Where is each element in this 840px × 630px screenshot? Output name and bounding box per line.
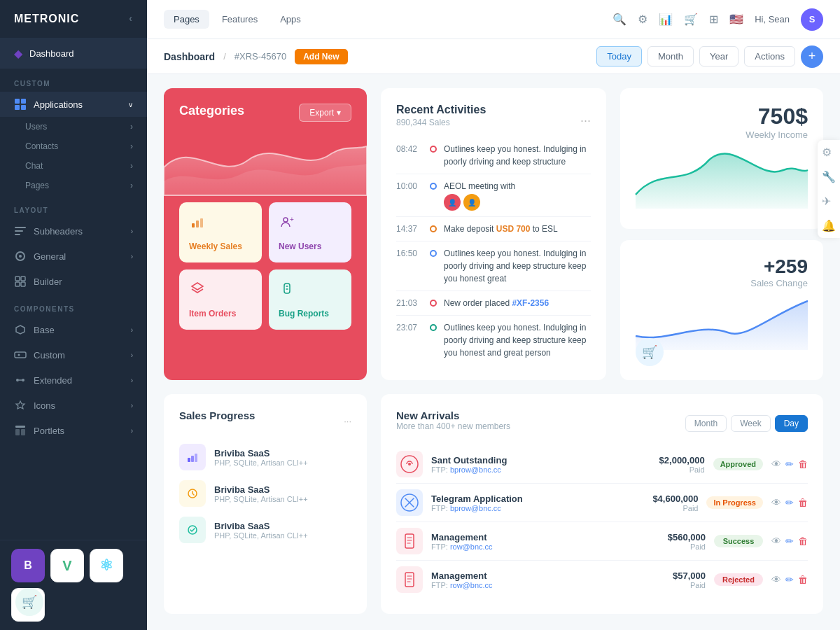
top-navigation: Pages Features Apps 🔍 ⚙ 📊 🛒 ⊞ 🇺🇸 Hi, Sea… <box>147 0 840 39</box>
right-icon-send[interactable]: ✈ <box>822 195 836 208</box>
right-icon-notification[interactable]: 🔔 <box>822 219 836 232</box>
user-avatar[interactable]: S <box>801 8 823 31</box>
sidebar-item-general[interactable]: General › <box>0 244 147 269</box>
analytics-icon[interactable]: 📊 <box>659 13 673 26</box>
sidebar-item-subheaders[interactable]: Subheaders › <box>0 218 147 244</box>
new-arrivals-card: New Arrivals More than 400+ new members … <box>381 394 823 614</box>
tab-apps[interactable]: Apps <box>270 10 311 29</box>
item-orders-label: Item Orders <box>189 309 236 318</box>
portlets-chevron: › <box>131 427 133 435</box>
vue-icon[interactable]: V <box>50 549 84 582</box>
content-row-2: Sales Progress ··· Briviba SaaS PHP, SQL… <box>164 394 823 614</box>
activities-menu-icon[interactable]: ··· <box>580 113 591 128</box>
progress-sub-3: PHP, SQLite, Artisan CLI++ <box>214 531 351 540</box>
weekly-sales-card[interactable]: Weekly Sales <box>179 202 262 262</box>
applications-icon <box>14 98 27 111</box>
new-users-card[interactable]: + New Users <box>269 202 351 262</box>
export-button[interactable]: Export ▾ <box>299 104 351 122</box>
arrival-price-1: $2,000,000 <box>642 455 705 465</box>
sidebar-item-extended[interactable]: Extended › <box>0 368 147 393</box>
actions-button[interactable]: Actions <box>744 46 795 66</box>
item-orders-card[interactable]: Item Orders <box>179 270 262 330</box>
arrival-delete-icon-2[interactable]: 🗑 <box>798 497 808 508</box>
icons-label: Icons <box>34 400 55 411</box>
arrival-view-icon-1[interactable]: 👁 <box>771 458 781 470</box>
search-icon[interactable]: 🔍 <box>612 13 626 26</box>
svg-rect-36 <box>405 534 414 548</box>
arrival-name-2: Telegram Application <box>431 493 626 504</box>
arrival-delete-icon-3[interactable]: 🗑 <box>798 536 808 547</box>
progress-icon-3 <box>179 517 206 543</box>
nav-tabs: Pages Features Apps <box>164 10 311 29</box>
flag-icon[interactable]: 🇺🇸 <box>729 13 743 26</box>
activity-item-5: 21:03 New order placed #XF-2356 <box>396 291 591 316</box>
sidebar-item-icons[interactable]: Icons › <box>0 393 147 418</box>
sidebar-item-builder[interactable]: Builder <box>0 269 147 294</box>
sidebar-item-chat[interactable]: Chat › <box>0 156 147 176</box>
arrival-info-4: Management FTP: row@bnc.cc <box>431 570 634 589</box>
right-icon-gear2[interactable]: 🔧 <box>822 170 836 183</box>
frameworks-row: B V ⚛ A <box>0 540 147 630</box>
arrival-view-icon-3[interactable]: 👁 <box>771 536 781 547</box>
month-button[interactable]: Month <box>648 46 694 66</box>
sidebar-collapse-icon[interactable]: ‹ <box>129 13 133 24</box>
bug-reports-card[interactable]: Bug Reports <box>269 270 351 330</box>
year-button[interactable]: Year <box>699 46 738 66</box>
progress-item-3: Briviba SaaS PHP, SQLite, Artisan CLI++ <box>179 517 351 543</box>
connections-icon[interactable]: ⚙ <box>638 13 648 26</box>
sales-progress-menu-icon[interactable]: ··· <box>344 416 351 426</box>
activities-subtitle: 890,344 Sales <box>396 118 486 127</box>
tab-pages[interactable]: Pages <box>164 10 209 29</box>
add-icon-button[interactable]: + <box>801 46 823 68</box>
arrival-edit-icon-1[interactable]: ✏ <box>785 458 794 470</box>
sidebar-item-portlets[interactable]: Portlets › <box>0 418 147 443</box>
arrival-delete-icon-1[interactable]: 🗑 <box>798 458 808 470</box>
add-new-button[interactable]: Add New <box>295 49 347 64</box>
svg-rect-0 <box>15 99 20 104</box>
tab-day[interactable]: Day <box>775 415 808 432</box>
base-chevron: › <box>131 326 133 334</box>
arrival-edit-icon-2[interactable]: ✏ <box>785 497 794 508</box>
svg-point-8 <box>19 255 22 258</box>
grid-icon[interactable]: ⊞ <box>709 13 718 26</box>
layout-section-label: LAYOUT <box>0 195 147 218</box>
today-button[interactable]: Today <box>596 46 642 66</box>
sidebar-item-base[interactable]: Base › <box>0 317 147 342</box>
cart-icon[interactable]: 🛒 <box>684 13 698 26</box>
right-icon-settings[interactable]: ⚙ <box>822 146 836 159</box>
sales-change-card: +259 Sales Change <box>620 240 823 381</box>
sidebar-item-applications[interactable]: Applications ∨ <box>0 92 147 117</box>
progress-info-1: Briviba SaaS PHP, SQLite, Artisan CLI++ <box>214 448 351 467</box>
arrival-delete-icon-4[interactable]: 🗑 <box>798 574 808 585</box>
subheaders-label: Subheaders <box>34 226 83 237</box>
arrival-badge-1: Approved <box>713 458 763 470</box>
arrival-view-icon-2[interactable]: 👁 <box>771 497 781 508</box>
progress-sub-1: PHP, SQLite, Artisan CLI++ <box>214 458 351 467</box>
svg-rect-22 <box>192 223 195 227</box>
arrival-edit-icon-4[interactable]: ✏ <box>785 574 794 585</box>
activity-highlight-5: #XF-2356 <box>512 298 549 308</box>
builder-label: Builder <box>34 276 62 287</box>
sidebar-item-users[interactable]: Users › <box>0 117 147 136</box>
activity-highlight-3: USD 700 <box>496 224 531 234</box>
base-icon <box>14 323 27 336</box>
bootstrap-icon[interactable]: B <box>11 549 45 582</box>
arrival-info-3: Management FTP: row@bnc.cc <box>431 532 634 551</box>
sidebar-item-contacts[interactable]: Contacts › <box>0 136 147 156</box>
arrival-actions-3: 👁 ✏ 🗑 <box>771 536 808 547</box>
arrival-view-icon-4[interactable]: 👁 <box>771 574 781 585</box>
tab-features[interactable]: Features <box>212 10 267 29</box>
custom-icon <box>14 349 27 361</box>
sidebar-item-custom[interactable]: Custom › <box>0 342 147 368</box>
svg-rect-11 <box>15 282 20 286</box>
arrival-actions-2: 👁 ✏ 🗑 <box>771 497 808 508</box>
progress-icon-1 <box>179 444 206 470</box>
sidebar-item-pages[interactable]: Pages › <box>0 176 147 195</box>
tab-week[interactable]: Week <box>731 415 770 432</box>
sidebar-item-dashboard[interactable]: ◆ Dashboard <box>0 38 147 69</box>
activity-dot-2 <box>430 183 437 190</box>
react-icon[interactable]: ⚛ <box>90 549 123 582</box>
arrival-edit-icon-3[interactable]: ✏ <box>785 536 794 547</box>
pages-chevron: › <box>130 181 133 190</box>
tab-month[interactable]: Month <box>685 415 727 432</box>
